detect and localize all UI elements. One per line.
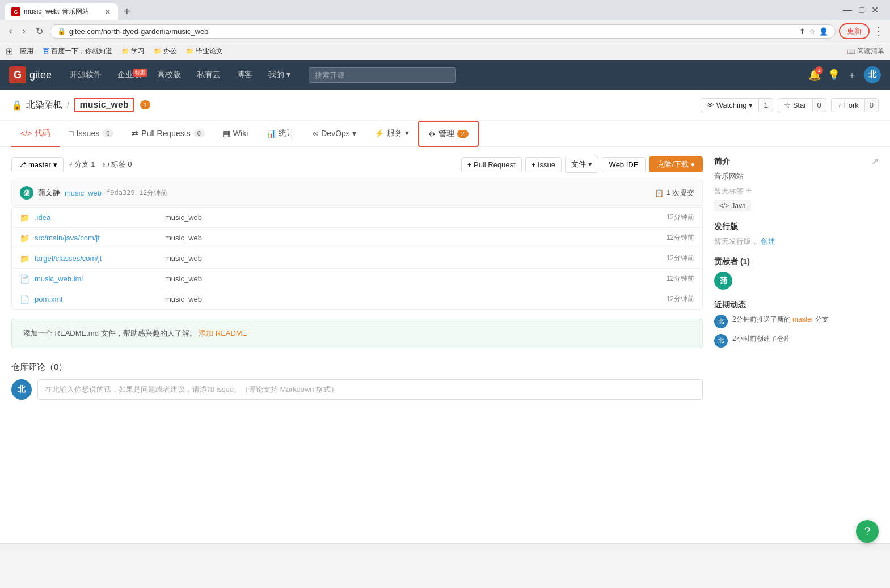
nav-opensource[interactable]: 开源软件 <box>63 66 108 83</box>
tab-code[interactable]: </> 代码 <box>11 121 60 147</box>
tab-manage[interactable]: ⚙ 管理 2 <box>418 121 479 147</box>
bookmark-study[interactable]: 📁 学习 <box>119 45 147 57</box>
address-bar[interactable]: 🔒 gitee.com/north-dyed-gardenia/music_we… <box>50 24 836 39</box>
reload-button[interactable]: ↻ <box>32 24 47 39</box>
search-input[interactable] <box>309 67 456 83</box>
branch-bar: ⎇ master ▾ ⑂ 分支 1 🏷 标签 0 + Pull <box>11 156 703 173</box>
bottom-scrollbar[interactable] <box>0 543 890 550</box>
review-input[interactable]: 在此输入你想说的话，如果是问题或者建议，请添加 issue。（评论支持 Mark… <box>37 379 703 400</box>
watch-action-group: 👁 Watching ▾ 1 <box>701 98 773 112</box>
clone-download-button[interactable]: 克隆/下载 ▾ <box>649 156 703 172</box>
star-page-icon[interactable]: ☆ <box>809 27 816 36</box>
tab-stats[interactable]: 📊 统计 <box>257 121 303 147</box>
star-icon: ☆ <box>784 101 791 109</box>
help-button[interactable]: ? <box>856 520 879 543</box>
readme-hint-text: 添加一个 README.md 文件，帮助感兴趣的人了解。 <box>23 329 197 337</box>
review-user-avatar: 北 <box>11 379 32 400</box>
watch-button[interactable]: 👁 Watching ▾ <box>701 98 759 112</box>
user-avatar[interactable]: 北 <box>864 66 881 83</box>
nav-private-cloud[interactable]: 私有云 <box>190 66 227 83</box>
branch-icon: ⎇ <box>18 160 26 169</box>
file-icon: 📄 <box>20 295 29 304</box>
maximize-button[interactable]: □ <box>859 5 864 15</box>
bulb-icon[interactable]: 💡 <box>828 69 840 81</box>
repo-actions: 👁 Watching ▾ 1 ☆ Star 0 ⑂ Fork <box>701 98 879 112</box>
language-tag[interactable]: </> Java <box>714 200 751 211</box>
back-button[interactable]: ‹ <box>6 24 15 38</box>
star-button[interactable]: ☆ Star <box>778 98 812 112</box>
add-readme-link[interactable]: 添加 README <box>199 329 247 337</box>
activity-avatar: 北 <box>714 334 728 348</box>
active-tab[interactable]: G music_web: 音乐网站 ✕ <box>5 3 118 20</box>
plus-icon[interactable]: ＋ <box>847 68 857 82</box>
page-container: 🔒 北染陌柢 / music_web 1 👁 Watching ▾ 1 ☆ St… <box>0 90 890 543</box>
file-name[interactable]: src/main/java/com/jt <box>35 234 159 242</box>
repo-name[interactable]: music_web <box>74 98 134 112</box>
create-release-link[interactable]: 创建 <box>761 236 775 247</box>
tab-pull-requests[interactable]: ⇄ Pull Requests 0 <box>123 121 214 147</box>
update-button[interactable]: 更新 <box>839 23 870 39</box>
repo-owner-link[interactable]: 北染陌柢 <box>26 99 62 111</box>
apps-icon[interactable]: ⊞ <box>6 46 13 57</box>
file-row: 📁target/classes/com/jtmusic_web12分钟前 <box>12 248 702 269</box>
branch-selector[interactable]: ⎇ master ▾ <box>11 157 64 172</box>
fork-count: 0 <box>864 98 879 112</box>
code-tag-icon: </> <box>719 202 729 210</box>
sidebar-intro-title: 简介 ↗ <box>714 156 879 167</box>
minimize-button[interactable]: — <box>843 5 852 15</box>
branch-info: ⑂ 分支 1 🏷 标签 0 <box>68 159 132 170</box>
window-controls: — □ ✕ <box>843 5 885 19</box>
wiki-icon: ▦ <box>223 129 230 138</box>
notifications-icon[interactable]: 🔔 1 <box>808 69 821 81</box>
reading-mode-button[interactable]: 📖 阅读清单 <box>847 46 884 56</box>
issue-button[interactable]: + Issue <box>525 157 562 172</box>
file-commit-message: music_web <box>165 274 661 283</box>
tab-wiki[interactable]: ▦ Wiki <box>214 121 257 147</box>
new-tab-button[interactable]: + <box>120 4 134 19</box>
add-tag-icon[interactable]: + <box>746 185 752 197</box>
nav-enterprise[interactable]: 企业版 特惠 <box>111 66 148 83</box>
tab-issues[interactable]: □ Issues 0 <box>60 121 123 147</box>
nav-mine[interactable]: 我的 ▾ <box>261 66 297 83</box>
bookmark-thesis[interactable]: 📁 毕业论文 <box>184 45 225 57</box>
file-name[interactable]: pom.xml <box>35 295 159 303</box>
share-icon[interactable]: ⬆ <box>799 27 805 36</box>
tab-close-btn[interactable]: ✕ <box>104 7 111 16</box>
account-icon[interactable]: 👤 <box>819 27 828 36</box>
commit-message[interactable]: music_web <box>65 189 102 197</box>
tab-services[interactable]: ⚡ 服务 ▾ <box>365 121 418 147</box>
web-ide-button[interactable]: Web IDE <box>602 157 646 172</box>
file-row: 📄music_web.imlmusic_web12分钟前 <box>12 269 702 289</box>
tab-devops[interactable]: ∞ DevOps ▾ <box>303 121 365 147</box>
gitee-header: G gitee 开源软件 企业版 特惠 高校版 私有云 博客 我的 ▾ 🔔 1 … <box>0 60 890 90</box>
forward-button[interactable]: › <box>19 24 28 38</box>
menu-dots-icon[interactable]: ⋮ <box>873 24 884 38</box>
bookmark-work[interactable]: 📁 办公 <box>151 45 179 57</box>
file-name[interactable]: .idea <box>35 213 159 222</box>
repo-tabs: </> 代码 □ Issues 0 ⇄ Pull Requests 0 ▦ Wi… <box>0 121 890 147</box>
browser-tabs: G music_web: 音乐网站 ✕ + — □ ✕ <box>0 0 890 20</box>
bookmark-label: 应用 <box>20 46 33 56</box>
gitee-logo[interactable]: G gitee <box>9 66 52 83</box>
services-icon: ⚡ <box>374 129 384 138</box>
fork-icon: ⑂ <box>837 101 842 109</box>
edit-intro-icon[interactable]: ↗ <box>871 156 879 167</box>
bookmark-baidu[interactable]: 百 百度一下，你就知道 <box>40 45 115 57</box>
nav-campus[interactable]: 高校版 <box>150 66 188 83</box>
repo-lock-icon: 🔒 <box>11 100 23 111</box>
sidebar-intro-desc: 音乐网站 <box>714 171 879 181</box>
bookmark-apps[interactable]: 应用 <box>18 45 36 57</box>
file-button[interactable]: 文件 ▾ <box>565 156 598 173</box>
pull-request-button[interactable]: + Pull Request <box>461 157 522 172</box>
file-name[interactable]: music_web.iml <box>35 274 159 283</box>
branch-fork-icon: ⑂ <box>68 160 73 169</box>
bookmarks-bar: ⊞ 应用 百 百度一下，你就知道 📁 学习 📁 办公 📁 毕业论文 📖 阅读清单 <box>0 43 890 60</box>
nav-blog[interactable]: 博客 <box>230 66 259 83</box>
file-name[interactable]: target/classes/com/jt <box>35 254 159 263</box>
close-window-button[interactable]: ✕ <box>871 5 879 15</box>
star-count: 0 <box>812 98 826 112</box>
fork-button[interactable]: ⑂ Fork <box>831 98 864 112</box>
bookmark-label: 办公 <box>163 46 177 56</box>
commit-info: 蒲文静 music_web f9da329 12分钟前 <box>38 188 650 198</box>
contributor-avatar[interactable]: 蒲 <box>714 272 732 290</box>
